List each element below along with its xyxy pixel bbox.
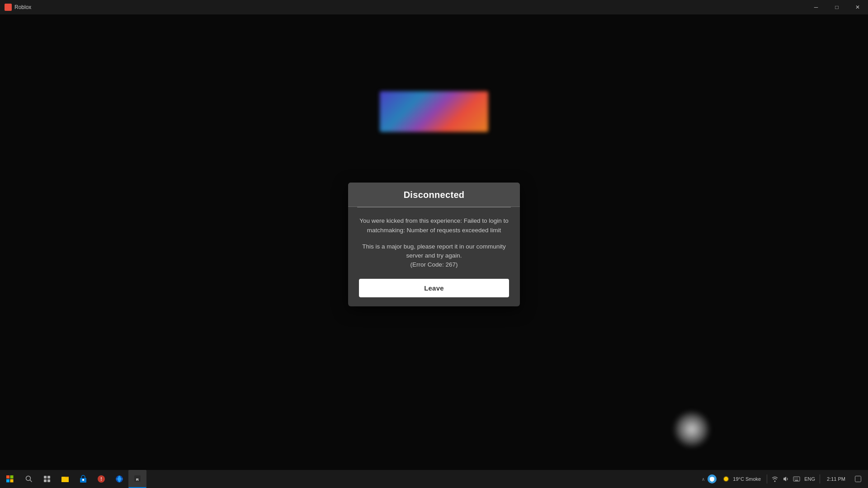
svg-rect-11 [61, 478, 69, 482]
taskbar: ! R ∧ [0, 470, 868, 488]
disconnected-dialog: Disconnected You were kicked from this e… [348, 183, 520, 306]
minimize-button[interactable]: ─ [806, 0, 826, 14]
app-icon [5, 4, 12, 11]
dialog-title: Disconnected [357, 190, 511, 200]
task-view-button[interactable] [38, 470, 56, 488]
windows-icon [6, 475, 14, 483]
svg-rect-6 [44, 476, 47, 479]
svg-point-22 [725, 478, 727, 480]
close-button[interactable]: ✕ [847, 0, 868, 14]
clock[interactable]: 2:11 PM [823, 470, 849, 488]
browser-button[interactable] [110, 470, 128, 488]
store-icon [79, 475, 87, 483]
svg-rect-13 [82, 479, 84, 481]
clock-time: 2:11 PM [827, 476, 845, 482]
dialog-main-message: You were kicked from this experience: Fa… [359, 216, 509, 235]
tray-separator-2 [820, 474, 820, 483]
svg-rect-1 [10, 475, 14, 479]
game-preview-thumbnail [380, 91, 488, 132]
notification-button[interactable] [851, 470, 865, 488]
search-button[interactable] [20, 470, 38, 488]
svg-rect-33 [855, 476, 861, 482]
svg-rect-3 [10, 479, 14, 483]
weather-widget[interactable]: 19°C Smoke [718, 474, 764, 484]
white-blob-decoration [674, 411, 710, 447]
svg-point-24 [774, 481, 776, 482]
svg-rect-0 [6, 475, 9, 479]
security-icon: ! [97, 475, 105, 483]
leave-button[interactable]: Leave [359, 279, 509, 297]
svg-rect-8 [44, 479, 47, 482]
titlebar: Roblox ─ □ ✕ [0, 0, 868, 14]
taskbar-tray: ∧ 19°C Smoke [701, 470, 868, 488]
network-icon[interactable] [770, 474, 779, 483]
svg-text:!: ! [100, 477, 102, 482]
tray-chevron[interactable]: ∧ [701, 477, 706, 482]
roblox-taskbar-button[interactable]: R [128, 470, 146, 488]
language-label[interactable]: ENG [803, 476, 816, 482]
defender-icon[interactable] [708, 474, 717, 483]
search-icon [25, 475, 33, 483]
tray-separator-1 [767, 474, 767, 483]
weather-icon [721, 474, 731, 484]
titlebar-controls: ─ □ ✕ [806, 0, 868, 14]
dialog-secondary-message: This is a major bug, please report it in… [359, 242, 509, 270]
svg-line-5 [30, 480, 32, 482]
keyboard-layout-icon[interactable] [792, 474, 801, 483]
dialog-body: You were kicked from this experience: Fa… [348, 207, 520, 306]
browser-icon [115, 475, 123, 483]
titlebar-left: Roblox [0, 4, 31, 11]
svg-text:R: R [136, 478, 139, 482]
task-view-icon [43, 475, 51, 483]
notification-icon [855, 476, 861, 482]
svg-rect-9 [47, 479, 50, 482]
store-button[interactable] [74, 470, 92, 488]
security-app-button[interactable]: ! [92, 470, 110, 488]
roblox-icon: R [133, 474, 142, 483]
titlebar-title: Roblox [14, 4, 31, 10]
maximize-button[interactable]: □ [826, 0, 847, 14]
file-explorer-icon [61, 475, 69, 483]
volume-icon[interactable] [781, 474, 790, 483]
svg-rect-2 [6, 479, 9, 483]
weather-text: 19°C Smoke [733, 476, 761, 482]
svg-rect-7 [47, 476, 50, 479]
dialog-header: Disconnected [348, 183, 520, 207]
svg-point-4 [26, 476, 31, 481]
start-button[interactable] [0, 470, 20, 488]
file-explorer-button[interactable] [56, 470, 74, 488]
